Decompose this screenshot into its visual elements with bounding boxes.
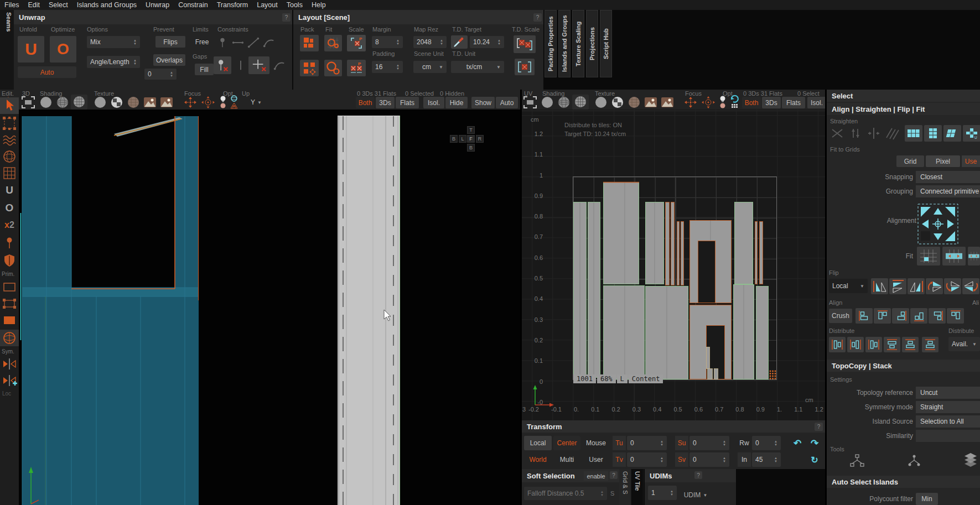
transform-help-button[interactable]: ? bbox=[815, 423, 823, 431]
tv-spinner[interactable]: ▲▼ bbox=[660, 456, 663, 463]
align-section-header[interactable]: Align | Straighten | Flip | Fit bbox=[827, 103, 980, 115]
topology-reference-value[interactable]: Uncut bbox=[916, 387, 980, 399]
x2-tool[interactable]: xx22 bbox=[2, 219, 17, 231]
uv-shade-flat-icon[interactable] bbox=[540, 96, 554, 109]
pivot-multi-button[interactable]: Multi bbox=[553, 452, 580, 467]
flip-rot3-button[interactable] bbox=[962, 278, 979, 294]
gizmo-front[interactable]: F bbox=[467, 135, 475, 143]
flip-v-button[interactable] bbox=[889, 278, 906, 294]
in-field[interactable]: 45▲▼ bbox=[752, 452, 781, 467]
shade-flat-icon[interactable] bbox=[39, 96, 53, 109]
align-center-v-button[interactable] bbox=[874, 308, 891, 324]
tu-field[interactable]: 0▲▼ bbox=[627, 436, 667, 450]
uv-show-3ds-button[interactable]: 3Ds bbox=[762, 97, 781, 108]
hide-button[interactable]: Hide bbox=[445, 97, 468, 108]
distribute-h3-button[interactable] bbox=[865, 337, 882, 352]
straighten-lines-icon[interactable] bbox=[885, 126, 900, 140]
uv-isolate-button[interactable]: Isol. bbox=[807, 97, 826, 108]
menu-item[interactable]: Edit bbox=[23, 1, 44, 9]
uv-tex-mapped-icon[interactable] bbox=[627, 96, 641, 109]
straighten-cross-icon[interactable] bbox=[830, 126, 844, 140]
menu-item[interactable]: Tools bbox=[282, 1, 307, 9]
fit-square-button[interactable] bbox=[917, 247, 940, 265]
td-scale-sel-button[interactable] bbox=[515, 59, 535, 75]
angle-length-spinner[interactable]: ▲▼ bbox=[133, 59, 137, 65]
padding-spinner[interactable]: ▲▼ bbox=[396, 64, 400, 70]
rotate-step-button[interactable]: ↻ bbox=[807, 452, 822, 467]
udim-spinner[interactable]: ▲▼ bbox=[670, 490, 673, 496]
auto-select-header[interactable]: Auto Select Islands bbox=[827, 476, 980, 488]
uv-tile-1001[interactable] bbox=[573, 176, 777, 380]
constraint-pin-remove-button[interactable] bbox=[214, 56, 231, 74]
tv-field[interactable]: 0▲▼ bbox=[627, 452, 667, 467]
align-top-button[interactable] bbox=[910, 308, 927, 324]
td-target-field[interactable]: 10.24▲▼ bbox=[470, 36, 504, 48]
optimize-tool-icon[interactable]: O bbox=[2, 200, 17, 216]
mix-select[interactable]: Mix▲▼ bbox=[87, 36, 140, 48]
shield-tool-icon[interactable] bbox=[2, 253, 17, 268]
in-spinner[interactable]: ▲▼ bbox=[774, 456, 777, 463]
optimize-button[interactable]: O bbox=[50, 36, 76, 63]
layout-help-button[interactable]: ? bbox=[533, 13, 542, 22]
pivot-mouse-button[interactable]: Mouse bbox=[582, 436, 610, 450]
constraint-curve2-icon[interactable] bbox=[273, 59, 286, 72]
prevent-flips-button[interactable]: Flips bbox=[155, 36, 185, 48]
menu-item[interactable]: Constrain bbox=[174, 1, 212, 9]
scale-spread-button[interactable] bbox=[347, 60, 366, 76]
su-field[interactable]: 0▲▼ bbox=[689, 436, 729, 450]
dock-tab[interactable]: Packing Properties bbox=[545, 10, 557, 77]
align-left-button[interactable] bbox=[855, 308, 873, 324]
fit-circles-button[interactable] bbox=[324, 35, 342, 51]
tu-spinner[interactable]: ▲▼ bbox=[660, 440, 663, 446]
limits-free-button[interactable]: Free bbox=[193, 38, 211, 46]
tex-image2-icon[interactable] bbox=[159, 96, 174, 109]
falloff-spinner[interactable]: ▲▼ bbox=[600, 490, 604, 497]
distribute-v2-button[interactable] bbox=[902, 337, 919, 352]
unfold-tool-icon[interactable]: U bbox=[2, 183, 17, 198]
distribute-h2-button[interactable] bbox=[847, 337, 864, 352]
straighten-ucross-button[interactable] bbox=[963, 125, 980, 142]
rect-filled-tool-icon[interactable] bbox=[2, 313, 17, 327]
alignment-pad[interactable] bbox=[917, 204, 958, 244]
flip-rot2-button[interactable] bbox=[944, 278, 961, 294]
align-bottom-button[interactable] bbox=[947, 308, 964, 324]
unwrap-help-button[interactable]: ? bbox=[282, 13, 291, 22]
map-rez-spinner[interactable]: ▲▼ bbox=[440, 39, 443, 45]
tex-plain-icon[interactable] bbox=[93, 96, 107, 109]
mesh-grid-tool-icon[interactable] bbox=[2, 166, 17, 180]
gizmo-top[interactable]: T bbox=[467, 126, 475, 134]
fit-band2-button[interactable] bbox=[968, 247, 980, 265]
uv-focus-all-icon[interactable] bbox=[701, 96, 716, 109]
frame3d-icon[interactable] bbox=[21, 96, 35, 109]
angle-length-select[interactable]: Angle/Length▲▼ bbox=[87, 56, 140, 68]
sphere-tool-icon[interactable] bbox=[2, 331, 17, 345]
uv-tex-checker-icon[interactable] bbox=[610, 96, 625, 109]
gizmo-left[interactable]: L bbox=[459, 135, 466, 143]
stack-layers-icon[interactable] bbox=[962, 452, 979, 468]
show-both-button[interactable]: Both bbox=[356, 97, 375, 108]
distribute-h1-button[interactable] bbox=[829, 337, 846, 352]
rw-field[interactable]: 0▲▼ bbox=[752, 436, 781, 450]
padding-field[interactable]: 16▲▼ bbox=[372, 61, 403, 73]
bottom-tab[interactable]: UV Tile bbox=[631, 469, 644, 505]
frame-uv-icon[interactable] bbox=[523, 96, 537, 109]
constraint-edge-icon[interactable] bbox=[231, 36, 245, 49]
focus-all-icon[interactable] bbox=[200, 96, 216, 109]
constraint-diagonal-icon[interactable] bbox=[247, 36, 260, 49]
rw-spinner[interactable]: ▲▼ bbox=[774, 440, 777, 446]
angle-value-field[interactable]: 0▲▼ bbox=[144, 69, 177, 80]
uv-tex-plain-icon[interactable] bbox=[594, 96, 608, 109]
scene-unit-select[interactable]: cm▼ bbox=[413, 61, 447, 73]
symmetry-mode-value[interactable]: Straight bbox=[916, 401, 980, 413]
auto-unwrap-button[interactable]: Auto bbox=[18, 66, 76, 78]
seams-tab[interactable]: Seams bbox=[1, 12, 12, 51]
shade-wire-icon[interactable] bbox=[55, 96, 70, 109]
show-3ds-button[interactable]: 3Ds bbox=[376, 97, 395, 108]
su-spinner[interactable]: ▲▼ bbox=[723, 440, 726, 446]
rect-outline-tool-icon[interactable] bbox=[2, 280, 17, 294]
uv-viewport[interactable]: Distribute to tiles: ON Target TD: 10.24… bbox=[522, 110, 825, 420]
fit-pixel-button[interactable]: Pixel bbox=[926, 155, 960, 167]
rotate-ccw-button[interactable]: ↶ bbox=[790, 436, 805, 450]
soft-selection-enable-button[interactable]: enable bbox=[584, 471, 608, 481]
rect-corners-tool-icon[interactable] bbox=[2, 296, 17, 311]
